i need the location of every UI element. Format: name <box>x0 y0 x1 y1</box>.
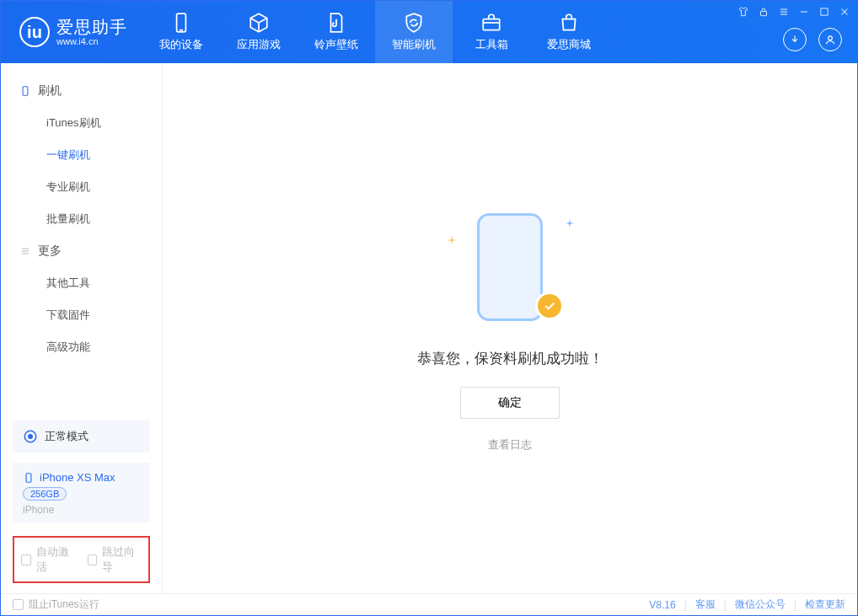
tab-toolbox[interactable]: 工具箱 <box>453 1 530 63</box>
sidebar-group-more: 更多 <box>1 235 162 267</box>
view-log-link[interactable]: 查看日志 <box>488 437 532 453</box>
checkbox-label: 自动激活 <box>36 544 76 575</box>
customer-service-link[interactable]: 客服 <box>695 597 716 612</box>
sparkle-icon <box>566 219 574 228</box>
phone-illustration <box>477 213 543 321</box>
tab-smart-flash[interactable]: 智能刷机 <box>375 1 453 63</box>
maximize-icon[interactable] <box>818 6 830 18</box>
checkbox-icon <box>88 554 98 565</box>
svg-rect-18 <box>26 473 31 482</box>
device-icon <box>23 472 35 484</box>
checkbox-label: 阻止iTunes运行 <box>29 597 99 612</box>
wechat-link[interactable]: 微信公众号 <box>735 597 786 612</box>
tab-label: 应用游戏 <box>237 37 281 52</box>
svg-rect-8 <box>821 8 828 15</box>
shield-sync-icon <box>403 12 425 34</box>
sparkle-icon <box>448 236 456 244</box>
tab-store[interactable]: 爱思商城 <box>530 1 608 63</box>
sidebar-item-pro-flash[interactable]: 专业刷机 <box>1 171 162 203</box>
capacity-badge: 256GB <box>23 487 67 501</box>
sidebar-item-advanced[interactable]: 高级功能 <box>1 331 162 363</box>
user-icon <box>824 34 836 46</box>
mode-label: 正常模式 <box>45 429 88 444</box>
lock-icon[interactable] <box>758 6 770 18</box>
app-subtitle: www.i4.cn <box>56 36 127 46</box>
logo-icon: iu <box>19 17 50 47</box>
tab-ringtones[interactable]: 铃声壁纸 <box>298 1 375 63</box>
download-button[interactable] <box>783 28 807 51</box>
check-update-link[interactable]: 检查更新 <box>805 597 845 612</box>
device-type-label: iPhone <box>23 504 54 516</box>
version-label: V8.16 <box>649 599 675 611</box>
list-icon <box>19 245 31 257</box>
skip-guide-checkbox[interactable]: 跳过向导 <box>88 544 142 575</box>
tab-label: 智能刷机 <box>392 37 436 52</box>
checkbox-label: 跳过向导 <box>102 544 142 575</box>
flash-options-row: 自动激活 跳过向导 <box>13 536 150 583</box>
minimize-icon[interactable] <box>798 6 810 18</box>
tab-label: 工具箱 <box>475 37 508 52</box>
auto-activate-checkbox[interactable]: 自动激活 <box>21 544 76 575</box>
device-mode-panel[interactable]: 正常模式 <box>13 420 150 453</box>
tab-label: 铃声壁纸 <box>314 37 358 52</box>
phone-icon <box>170 12 192 34</box>
sidebar-group-flash: 刷机 <box>1 75 162 107</box>
phone-small-icon <box>19 85 31 97</box>
toolbox-icon <box>480 12 502 34</box>
sidebar-item-other-tools[interactable]: 其他工具 <box>1 267 162 299</box>
tab-apps[interactable]: 应用游戏 <box>220 1 298 63</box>
sidebar: 刷机 iTunes刷机 一键刷机 专业刷机 批量刷机 更多 其他工具 下载固件 … <box>1 63 163 593</box>
ok-button[interactable]: 确定 <box>460 387 560 419</box>
sidebar-item-batch-flash[interactable]: 批量刷机 <box>1 203 162 235</box>
connected-device-panel[interactable]: iPhone XS Max 256GB iPhone <box>13 463 150 522</box>
app-title: 爱思助手 <box>56 18 127 36</box>
checkbox-icon <box>21 554 31 565</box>
window-controls <box>737 6 850 18</box>
svg-rect-3 <box>761 11 767 15</box>
tab-label: 我的设备 <box>159 37 203 52</box>
block-itunes-checkbox[interactable]: 阻止iTunes运行 <box>13 597 99 612</box>
app-logo: iu 爱思助手 www.i4.cn <box>1 1 142 63</box>
bag-icon <box>558 12 580 34</box>
svg-rect-2 <box>483 19 500 30</box>
music-file-icon <box>325 12 347 34</box>
close-icon[interactable] <box>839 6 850 18</box>
titlebar: iu 爱思助手 www.i4.cn 我的设备 应用游戏 铃声壁纸 智能刷机 工具… <box>1 1 857 63</box>
group-label: 更多 <box>38 244 62 259</box>
success-check-icon <box>535 292 564 320</box>
top-nav: 我的设备 应用游戏 铃声壁纸 智能刷机 工具箱 爱思商城 <box>142 1 608 63</box>
svg-point-17 <box>29 435 33 439</box>
group-label: 刷机 <box>38 83 62 99</box>
user-button[interactable] <box>818 28 842 51</box>
tab-label: 爱思商城 <box>547 37 591 52</box>
success-illustration <box>451 204 569 330</box>
svg-rect-12 <box>23 87 28 96</box>
success-message: 恭喜您，保资料刷机成功啦！ <box>417 349 603 368</box>
tab-my-device[interactable]: 我的设备 <box>142 1 220 63</box>
main-content: 恭喜您，保资料刷机成功啦！ 确定 查看日志 <box>163 63 857 593</box>
normal-mode-icon <box>23 429 38 444</box>
sidebar-item-itunes-flash[interactable]: iTunes刷机 <box>1 107 162 139</box>
svg-rect-0 <box>177 13 186 32</box>
svg-point-11 <box>829 36 833 40</box>
cube-icon <box>248 12 270 34</box>
sidebar-item-onekey-flash[interactable]: 一键刷机 <box>1 139 162 171</box>
download-icon <box>789 34 801 46</box>
sidebar-item-download-firmware[interactable]: 下载固件 <box>1 299 162 331</box>
menu-icon[interactable] <box>778 6 790 18</box>
checkbox-icon <box>13 599 24 610</box>
device-name-label: iPhone XS Max <box>40 471 115 484</box>
statusbar: 阻止iTunes运行 V8.16 | 客服 | 微信公众号 | 检查更新 <box>1 593 857 615</box>
shirt-icon[interactable] <box>737 6 749 18</box>
